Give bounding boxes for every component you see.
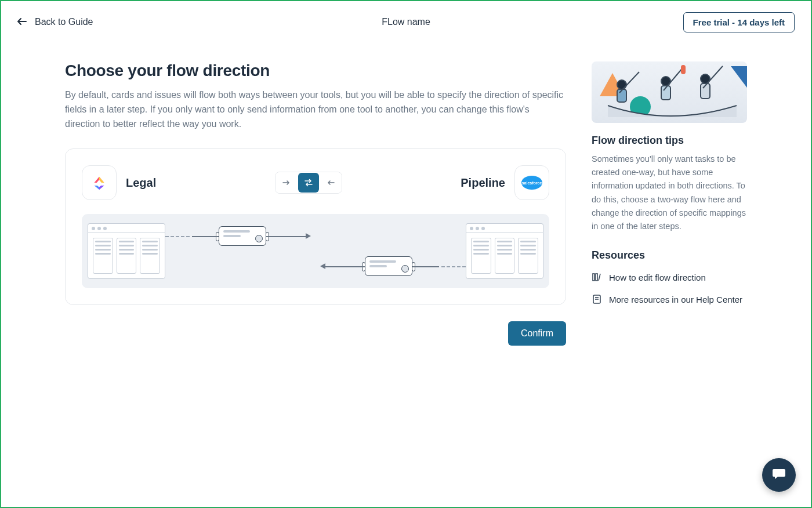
resource-link-help-center[interactable]: More resources in our Help Center <box>592 294 747 304</box>
clickup-logo-icon <box>82 165 117 200</box>
header: Back to Guide FLow name Free trial - 14 … <box>1 1 811 43</box>
svg-point-5 <box>617 80 626 89</box>
svg-rect-11 <box>681 65 686 74</box>
arrow-left-icon <box>17 17 27 27</box>
resources-title: Resources <box>592 249 747 262</box>
flow-name: FLow name <box>382 17 430 27</box>
page-description: By default, cards and issues will flow b… <box>65 88 566 131</box>
book-icon <box>592 294 602 304</box>
flow-diagram <box>82 214 549 288</box>
right-tool-name: Pipeline <box>461 176 505 190</box>
salesforce-logo-icon: salesforce <box>514 165 549 200</box>
svg-rect-6 <box>617 89 626 102</box>
chat-launcher-button[interactable] <box>762 458 796 492</box>
resource-label: How to edit flow direction <box>609 273 706 282</box>
tips-body: Sometimes you'll only want tasks to be c… <box>592 153 747 233</box>
left-board-illustration <box>88 223 165 279</box>
direction-one-way-left-button[interactable] <box>320 172 342 193</box>
left-tool-name: Legal <box>126 176 156 190</box>
tips-illustration <box>592 61 747 123</box>
direction-one-way-right-button[interactable] <box>276 172 298 193</box>
trial-badge[interactable]: Free trial - 14 days left <box>683 12 795 32</box>
resource-link-edit-direction[interactable]: How to edit flow direction <box>592 272 747 282</box>
confirm-button[interactable]: Confirm <box>508 321 566 346</box>
left-tool-block: Legal <box>82 165 156 200</box>
chat-icon <box>771 466 787 484</box>
page-title: Choose your flow direction <box>65 61 566 80</box>
direction-toggle <box>275 172 342 194</box>
back-to-guide-link[interactable]: Back to Guide <box>17 17 93 27</box>
right-board-illustration <box>466 223 543 279</box>
task-card-illustration <box>365 256 412 276</box>
direction-two-way-button[interactable] <box>298 173 319 193</box>
task-card-illustration <box>219 226 266 246</box>
svg-text:salesforce: salesforce <box>522 181 542 185</box>
back-label: Back to Guide <box>35 17 93 27</box>
tips-title: Flow direction tips <box>592 135 747 147</box>
resource-label: More resources in our Help Center <box>609 295 742 304</box>
library-icon <box>592 272 602 282</box>
svg-line-17 <box>599 274 600 281</box>
svg-rect-15 <box>593 274 594 281</box>
svg-marker-4 <box>731 66 747 89</box>
flow-direction-card: Legal <box>65 148 566 305</box>
svg-rect-16 <box>596 274 597 281</box>
right-tool-block: salesforce Pipeline <box>461 165 549 200</box>
